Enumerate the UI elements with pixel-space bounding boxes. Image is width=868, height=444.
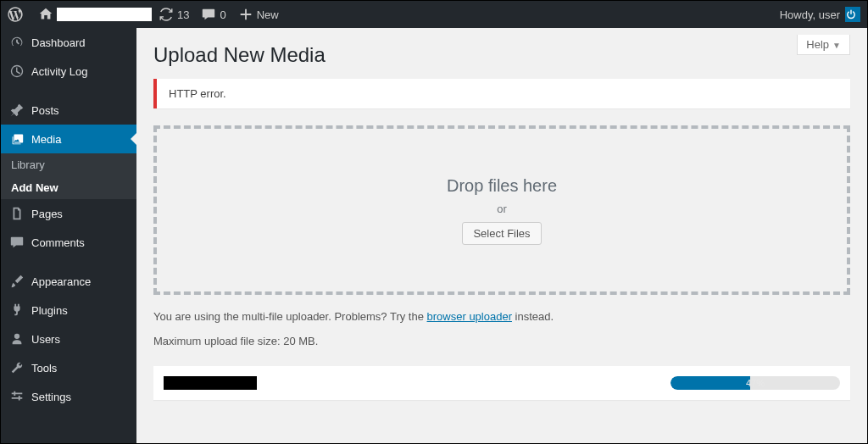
help-label: Help [806, 38, 829, 51]
comments-count: 0 [220, 8, 225, 21]
sidebar-item-appearance[interactable]: Appearance [1, 267, 136, 296]
sliders-icon [9, 389, 25, 404]
sidebar-sublabel: Library [11, 158, 45, 171]
sidebar-label: Plugins [31, 304, 68, 317]
chevron-down-icon: ▼ [832, 41, 841, 50]
sidebar-subitem-addnew[interactable]: Add New [1, 176, 136, 199]
home-icon [38, 7, 53, 22]
site-name-mask [57, 8, 152, 21]
comment-icon [201, 7, 216, 22]
sidebar-label: Pages [31, 208, 63, 220]
sidebar-label: Tools [31, 362, 57, 375]
sidebar-label: Settings [31, 391, 71, 403]
user-avatar [845, 7, 860, 22]
drop-or: or [497, 203, 507, 215]
page-title: Upload New Media [153, 28, 850, 79]
media-icon [9, 131, 25, 147]
sidebar-item-settings[interactable]: Settings [1, 382, 136, 411]
browser-uploader-link[interactable]: browser uploader [427, 310, 512, 323]
upload-dropzone[interactable]: Drop files here or Select Files [153, 125, 850, 295]
sidebar-item-plugins[interactable]: Plugins [1, 296, 136, 325]
new-label: New [257, 8, 279, 21]
upload-progress-row: 47% [153, 366, 850, 400]
sidebar-item-users[interactable]: Users [1, 325, 136, 353]
sidebar-label: Comments [31, 236, 85, 249]
sidebar-label: Media [31, 133, 61, 146]
sidebar-label: Posts [31, 104, 59, 117]
admin-sidebar: Dashboard Activity Log Posts Media Libra… [1, 28, 136, 443]
sidebar-item-comments[interactable]: Comments [1, 228, 136, 257]
page-icon [9, 206, 25, 221]
info-pre: You are using the multi-file uploader. P… [153, 310, 427, 323]
clock-icon [9, 64, 25, 79]
info-post: instead. [512, 310, 554, 323]
sidebar-item-dashboard[interactable]: Dashboard [1, 28, 136, 57]
sidebar-label: Users [31, 333, 60, 346]
plus-icon [238, 7, 253, 22]
drop-label: Drop files here [447, 176, 557, 196]
brush-icon [9, 274, 25, 289]
progress-bar-text: 47% [670, 376, 840, 390]
sidebar-label: Dashboard [31, 36, 86, 49]
progress-bar: 47% [670, 376, 840, 390]
sidebar-item-tools[interactable]: Tools [1, 353, 136, 382]
error-text: HTTP error. [169, 87, 226, 100]
sidebar-item-activitylog[interactable]: Activity Log [1, 57, 136, 86]
select-files-button[interactable]: Select Files [462, 222, 541, 245]
comments[interactable]: 0 [201, 7, 225, 22]
user-menu[interactable]: Howdy, user [780, 7, 860, 22]
site-home[interactable] [38, 7, 152, 22]
sidebar-item-pages[interactable]: Pages [1, 199, 136, 228]
plug-icon [9, 302, 25, 318]
sidebar-label: Activity Log [31, 65, 87, 78]
comment-icon [9, 235, 25, 250]
sidebar-sublabel: Add New [11, 181, 58, 194]
new-content[interactable]: New [238, 7, 279, 22]
updates-count: 13 [177, 8, 189, 21]
main-content: Help▼ Upload New Media HTTP error. Drop … [136, 28, 867, 443]
power-icon [845, 8, 857, 20]
uploader-info: You are using the multi-file uploader. P… [153, 310, 850, 347]
wrench-icon [9, 360, 25, 375]
wp-logo[interactable] [8, 7, 26, 22]
dashboard-icon [9, 35, 25, 50]
error-notice: HTTP error. [153, 79, 850, 108]
admin-toolbar: 13 0 New Howdy, user [1, 1, 867, 28]
refresh-icon [159, 7, 174, 22]
howdy-text: Howdy, user [780, 8, 840, 21]
pin-icon [9, 103, 25, 118]
sidebar-item-media[interactable]: Media [1, 125, 136, 153]
upload-filename-mask [164, 376, 257, 390]
updates[interactable]: 13 [159, 7, 189, 22]
user-icon [9, 331, 25, 347]
help-tab[interactable]: Help▼ [797, 35, 850, 55]
sidebar-item-posts[interactable]: Posts [1, 96, 136, 125]
sidebar-subitem-library[interactable]: Library [1, 153, 136, 176]
sidebar-label: Appearance [31, 275, 91, 288]
max-upload-size: Maximum upload file size: 20 MB. [153, 335, 850, 347]
wordpress-icon [8, 7, 23, 22]
